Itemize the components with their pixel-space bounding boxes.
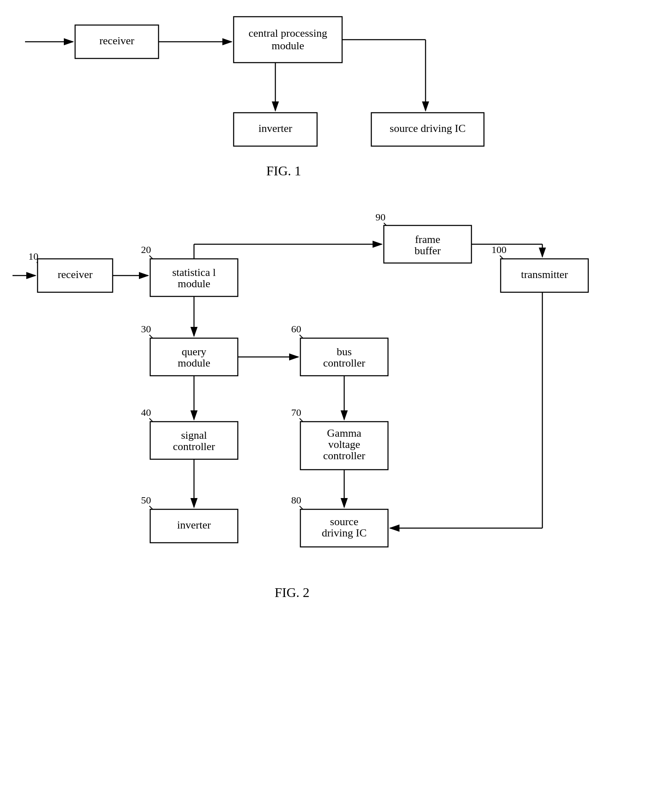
num-70: 70 <box>291 407 301 418</box>
num-80: 80 <box>291 495 301 506</box>
label-busctrl-line2: controller <box>323 357 365 369</box>
label-signalctrl-line2: controller <box>173 440 215 453</box>
label-cpm-line2: module <box>272 40 304 52</box>
label-statistical-line1: statistica l <box>172 266 216 278</box>
label-statistical-line2: module <box>178 278 210 290</box>
label-receiver2: receiver <box>58 268 93 281</box>
num-90: 90 <box>375 212 385 223</box>
label-gammactrl-line1: Gamma <box>327 427 362 439</box>
num-50: 50 <box>141 495 151 506</box>
label-gammactrl-line3: controller <box>323 450 365 462</box>
num-100: 100 <box>491 244 506 255</box>
fig1-label: FIG. 1 <box>266 163 301 178</box>
label-cpm-line1: central processing <box>249 27 327 39</box>
label-gammactrl-line2: voltage <box>328 438 360 450</box>
label-sourcedriving2-line1: source <box>330 516 358 528</box>
label-query-line1: query <box>181 346 206 358</box>
label-inverter1: inverter <box>259 122 292 134</box>
fig2-label: FIG. 2 <box>275 585 310 600</box>
label-framebuffer-line2: buffer <box>414 245 441 257</box>
num-10: 10 <box>28 251 38 262</box>
label-transmitter: transmitter <box>521 268 568 281</box>
label-query-line2: module <box>178 357 210 369</box>
label-source-driving1: source driving IC <box>390 122 466 134</box>
label-busctrl-line1: bus <box>337 346 352 358</box>
num-20: 20 <box>141 244 151 255</box>
num-30: 30 <box>141 324 151 334</box>
diagram-container: receiver central processing module inver… <box>0 0 650 812</box>
label-receiver1: receiver <box>99 35 134 47</box>
label-framebuffer-line1: frame <box>415 233 441 245</box>
num-60: 60 <box>291 324 301 334</box>
label-signalctrl-line1: signal <box>181 429 207 441</box>
num-40: 40 <box>141 407 151 418</box>
label-sourcedriving2-line2: driving IC <box>322 527 367 539</box>
label-inverter2: inverter <box>177 519 211 531</box>
